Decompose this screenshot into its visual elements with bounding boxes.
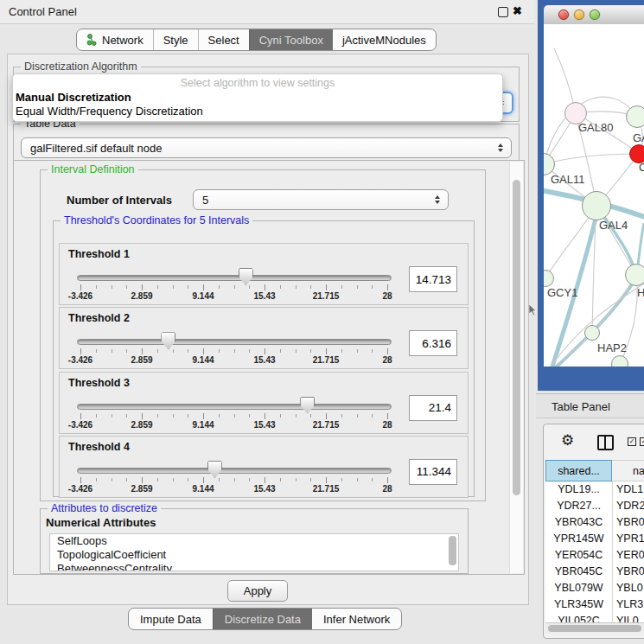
network-node[interactable] <box>626 105 644 128</box>
slider-thumb[interactable] <box>300 397 315 414</box>
scrollbar-thumb[interactable] <box>513 180 520 495</box>
slider-track[interactable] <box>77 468 392 474</box>
slider-track[interactable] <box>77 339 392 345</box>
tab-discretize-data[interactable]: Discretize Data <box>213 609 312 629</box>
slider-tick <box>310 285 311 289</box>
combo-arrows-icon <box>498 143 503 152</box>
tab-network[interactable]: Network <box>77 29 153 50</box>
node-label-gcy1: GCY1 <box>547 286 577 299</box>
slider-track[interactable] <box>77 275 392 281</box>
tab-jactivemnodules[interactable]: jActiveMNodules <box>333 29 436 50</box>
slider-tick <box>142 413 143 419</box>
table-row[interactable]: YER054CYER0 <box>545 547 644 564</box>
slider-tick <box>372 285 373 289</box>
network-window-titlebar[interactable] <box>544 5 644 25</box>
top-tabbar: NetworkStyleSelectCyni ToolboxjActiveMNo… <box>76 29 437 51</box>
list-item-betweennesscentrality[interactable]: BetweennessCentrality <box>50 562 458 571</box>
threshold-label: Threshold 4 <box>68 441 130 453</box>
slider-tick <box>188 414 188 418</box>
tab-style[interactable]: Style <box>153 29 198 50</box>
network-canvas[interactable]: GAL80GACGAL11GAL4GCY1HHAP2 <box>544 24 644 367</box>
menu-item-manual-discretization[interactable]: Manual Discretization <box>16 91 131 104</box>
slider-tick <box>280 414 281 418</box>
menu-item-equal-width-frequency[interactable]: Equal Width/Frequency Discretization <box>16 105 203 118</box>
slider-tick <box>157 349 158 353</box>
scrollbar-thumb[interactable] <box>548 625 641 632</box>
slider-tick <box>372 478 373 481</box>
number-of-intervals-combo[interactable]: 5 <box>193 189 449 210</box>
slider-tick <box>387 348 388 354</box>
network-node[interactable] <box>584 325 600 341</box>
float-window-icon[interactable] <box>498 7 508 17</box>
minimize-traffic-light-icon[interactable] <box>574 10 584 20</box>
checkbox-icon[interactable]: ✓ <box>628 437 636 446</box>
mouse-cursor <box>529 304 538 316</box>
threshold-value-field[interactable] <box>409 395 457 421</box>
slider-tick <box>126 285 127 289</box>
slider-tick <box>173 349 174 353</box>
slider-tick-label: 15.43 <box>253 291 275 301</box>
node-label-c: C <box>639 161 644 174</box>
tab-label: jActiveMNodules <box>342 34 426 47</box>
numerical-attributes-list[interactable]: SelfLoopsTopologicalCoefficientBetweenne… <box>49 533 459 571</box>
table-data-group: Table Data galFiltered.sif default node <box>13 124 520 163</box>
apply-button[interactable]: Apply <box>227 580 288 602</box>
slider-tick <box>310 349 311 353</box>
slider-track[interactable] <box>77 404 392 410</box>
threshold-label: Threshold 3 <box>68 377 130 389</box>
slider-tick <box>219 414 220 418</box>
table-row[interactable]: YBL079WYBL0 <box>545 580 644 596</box>
cell-name: YLR3 <box>612 596 643 613</box>
network-icon <box>86 34 97 46</box>
slider-tick <box>96 285 97 289</box>
slider-tick <box>341 349 342 353</box>
slider-thumb[interactable] <box>161 332 175 349</box>
list-item-selfloops[interactable]: SelfLoops <box>50 534 458 548</box>
gear-icon[interactable]: ⚙ <box>561 431 574 450</box>
threshold-value-field[interactable] <box>409 266 457 292</box>
slider-tick <box>219 285 220 289</box>
table-row[interactable]: YPR145WYPR1 <box>545 531 644 547</box>
threshold-value-field[interactable] <box>409 330 457 356</box>
checkbox-icon[interactable]: ✓ <box>640 437 644 446</box>
list-item-topologicalcoefficient[interactable]: TopologicalCoefficient <box>50 548 458 562</box>
threshold-panel-1: Threshold 1-3.4262.8599.14415.4321.71528 <box>59 243 469 305</box>
tab-impute-data[interactable]: Impute Data <box>129 609 213 629</box>
slider-thumb[interactable] <box>239 268 253 285</box>
slider-tick <box>157 414 158 418</box>
network-node[interactable] <box>582 191 611 220</box>
slider-tick <box>341 414 342 418</box>
algorithm-dropdown-popup: Select algorithm to view settings Manual… <box>12 73 503 122</box>
column-header-shared-name[interactable]: shared... <box>545 460 612 481</box>
column-header-name[interactable]: na <box>612 460 644 481</box>
zoom-traffic-light-icon[interactable] <box>590 10 600 20</box>
cell-shared-name: YER054C <box>545 547 612 564</box>
tab-select[interactable]: Select <box>198 29 249 50</box>
network-node[interactable] <box>625 264 644 286</box>
interval-group-title: Interval Definition <box>48 163 138 175</box>
columns-icon[interactable] <box>597 435 614 450</box>
tab-label: Cyni Toolbox <box>259 34 323 47</box>
close-icon[interactable]: ✖ <box>513 4 522 17</box>
slider-tick-label: -3.426 <box>68 484 92 494</box>
table-row[interactable]: YDR27...YDR2 <box>545 498 644 514</box>
table-row[interactable]: YDL19...YDL1 <box>545 481 644 498</box>
table-row[interactable]: YBR045CYBR0 <box>545 564 644 580</box>
slider-tick <box>112 349 112 353</box>
network-node[interactable] <box>611 355 628 367</box>
table-data-combo[interactable]: galFiltered.sif default node <box>21 137 512 158</box>
horizontal-scrollbar[interactable] <box>545 622 644 634</box>
tab-infer-network[interactable]: Infer Network <box>312 609 401 629</box>
list-scrollbar[interactable] <box>449 536 456 565</box>
node-label-gal11: GAL11 <box>551 173 585 186</box>
table-row[interactable]: YIL052CYIL0 <box>545 613 644 622</box>
table-row[interactable]: YBR043CYBR0 <box>545 514 644 531</box>
slider-thumb[interactable] <box>207 461 222 478</box>
panel-scrollbar[interactable] <box>509 162 523 573</box>
slider-tick <box>173 285 174 289</box>
slider-tick-label: 28 <box>382 420 392 430</box>
threshold-value-field[interactable] <box>409 459 457 485</box>
tab-cyni-toolbox[interactable]: Cyni Toolbox <box>249 29 333 50</box>
table-row[interactable]: YLR345WYLR3 <box>545 596 644 613</box>
close-traffic-light-icon[interactable] <box>558 10 569 20</box>
